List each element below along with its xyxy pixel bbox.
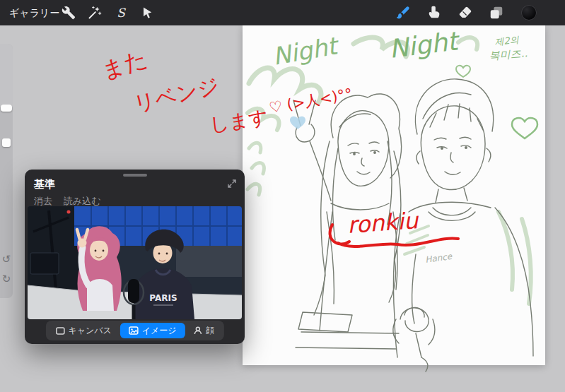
drawing-canvas[interactable] xyxy=(243,25,545,365)
reference-photo: PARIS xyxy=(28,206,242,319)
selection-button[interactable]: S xyxy=(114,6,128,20)
brush-size-track[interactable] xyxy=(0,44,13,107)
red-annotation-1: また xyxy=(98,44,151,84)
actions-button[interactable] xyxy=(62,6,76,20)
redo-icon[interactable]: ↻ xyxy=(0,273,13,285)
brush-size-slider[interactable] xyxy=(1,105,12,112)
selection-s-icon: S xyxy=(114,6,128,20)
color-swatch-button[interactable] xyxy=(521,5,537,20)
layers-button[interactable] xyxy=(489,5,504,20)
red-annotation-2: リベンジ xyxy=(132,73,222,117)
tab-face[interactable]: 顔 xyxy=(185,323,223,338)
tab-image-label: イメージ xyxy=(142,325,177,337)
top-toolbar: ギャラリー S xyxy=(0,0,565,25)
expand-icon[interactable] xyxy=(227,179,237,189)
shirt-text: PARIS xyxy=(149,293,177,303)
reference-panel: 基準 消去 読み込む xyxy=(25,170,245,344)
tab-canvas-label: キャンバス xyxy=(68,325,111,337)
transform-button[interactable] xyxy=(140,6,154,20)
sidebar-sliders: ↺ ↻ xyxy=(0,44,13,298)
panel-title: 基準 xyxy=(34,178,55,191)
gallery-button[interactable]: ギャラリー xyxy=(9,0,59,25)
tab-image[interactable]: イメージ xyxy=(120,323,185,338)
canvas-mode-icon xyxy=(55,327,64,335)
eraser-icon xyxy=(458,5,473,20)
paint-button[interactable] xyxy=(395,5,411,20)
reference-mode-tabs: キャンバス イメージ 顔 xyxy=(45,321,223,340)
svg-text:S: S xyxy=(117,6,126,20)
wrench-icon xyxy=(62,6,76,20)
transform-arrow-icon xyxy=(140,6,154,20)
panel-drag-handle[interactable] xyxy=(123,174,147,177)
smudge-finger-icon xyxy=(426,5,442,20)
adjustments-button[interactable] xyxy=(88,6,102,20)
erase-button[interactable] xyxy=(458,5,473,20)
magic-wand-icon xyxy=(88,6,102,20)
undo-icon[interactable]: ↺ xyxy=(0,253,13,266)
tab-canvas[interactable]: キャンバス xyxy=(47,323,120,338)
smudge-button[interactable] xyxy=(426,5,442,20)
modify-button[interactable] xyxy=(2,138,11,147)
brush-icon xyxy=(395,5,411,20)
reference-photo-illustration: PARIS xyxy=(28,206,242,319)
tab-face-label: 顔 xyxy=(206,325,214,337)
face-mode-icon xyxy=(194,326,202,335)
layers-icon xyxy=(489,5,504,20)
image-mode-icon xyxy=(129,326,139,335)
woman-photo xyxy=(77,226,122,311)
